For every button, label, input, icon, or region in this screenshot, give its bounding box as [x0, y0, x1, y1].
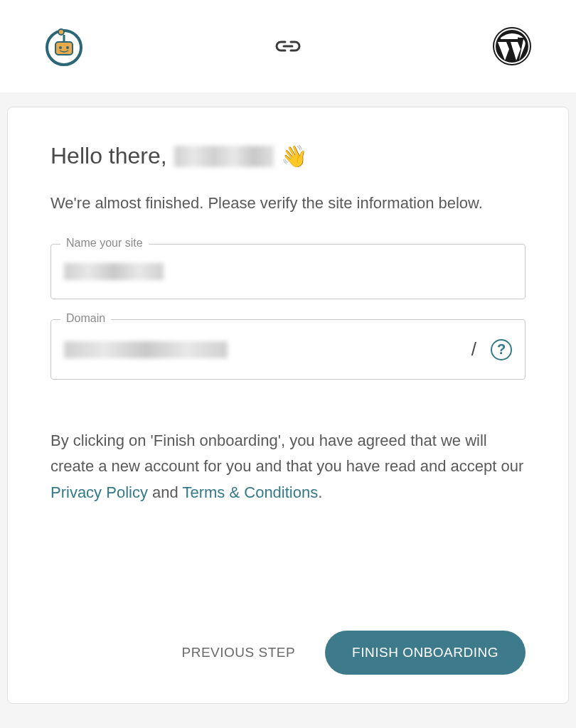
terms-conditions-link[interactable]: Terms & Conditions: [182, 483, 318, 501]
domain-label: Domain: [60, 312, 111, 325]
agreement-prefix: By clicking on 'Finish onboarding', you …: [50, 432, 523, 475]
agreement-connector: and: [148, 483, 183, 501]
site-name-label: Name your site: [60, 237, 149, 250]
subtitle-text: We're almost finished. Please verify the…: [50, 191, 526, 215]
robot-logo-icon: [43, 25, 85, 68]
domain-field-group: Domain / ?: [50, 319, 526, 380]
site-name-input[interactable]: [50, 244, 526, 299]
svg-point-3: [66, 46, 69, 49]
link-icon: [274, 32, 302, 60]
svg-point-5: [58, 29, 64, 35]
wave-emoji-icon: 👋: [281, 144, 307, 168]
svg-point-2: [59, 46, 62, 49]
agreement-text: By clicking on 'Finish onboarding', you …: [50, 428, 526, 505]
svg-rect-1: [55, 42, 73, 55]
previous-step-button[interactable]: PREVIOUS STEP: [173, 632, 304, 673]
agreement-suffix: .: [318, 483, 322, 501]
wordpress-logo-icon: [491, 25, 533, 68]
greeting-name-redacted: [174, 146, 274, 167]
header-bar: [0, 0, 576, 92]
greeting-prefix: Hello there,: [50, 143, 167, 169]
privacy-policy-link[interactable]: Privacy Policy: [50, 483, 148, 501]
onboarding-card: Hello there, 👋 We're almost finished. Pl…: [7, 107, 569, 704]
domain-suffix: /: [236, 338, 482, 360]
domain-value-redacted: [64, 341, 228, 358]
help-icon[interactable]: ?: [491, 339, 512, 360]
greeting-heading: Hello there, 👋: [50, 143, 526, 169]
site-name-field-group: Name your site: [50, 244, 526, 299]
domain-input[interactable]: / ?: [50, 319, 526, 380]
button-row: PREVIOUS STEP FINISH ONBOARDING: [50, 631, 526, 675]
site-name-value-redacted: [64, 263, 164, 280]
content-wrapper: Hello there, 👋 We're almost finished. Pl…: [0, 92, 576, 718]
finish-onboarding-button[interactable]: FINISH ONBOARDING: [325, 631, 526, 675]
